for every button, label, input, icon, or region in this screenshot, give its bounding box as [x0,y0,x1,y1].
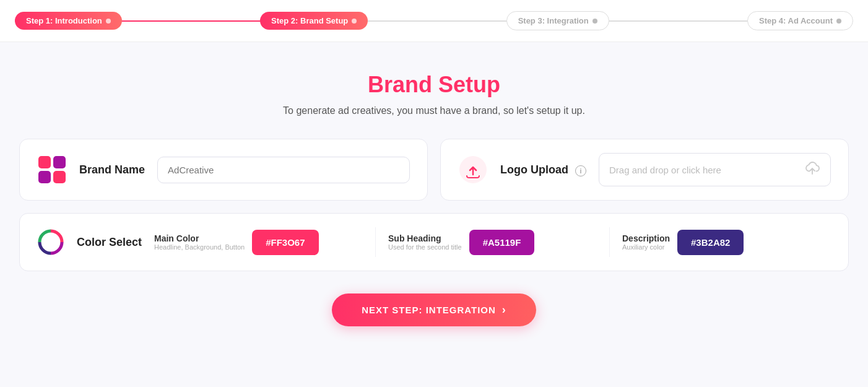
description-color-title: Description [622,233,670,243]
step-2[interactable]: Step 2: Brand Setup [260,12,368,30]
step-4-dot [836,19,841,24]
svg-rect-1 [53,156,66,168]
step-1[interactable]: Step 1: Introduction [15,12,122,30]
step-2-text: Step 2: Brand Setup [271,16,348,25]
logo-upload-area[interactable]: Drag and drop or click here [599,153,831,186]
step-4-text: Step 4: Ad Account [759,16,833,25]
color-select-icon [37,228,64,256]
upload-placeholder-text: Drag and drop or click here [609,165,721,175]
svg-rect-2 [38,171,51,183]
svg-rect-3 [53,171,66,183]
step-1-label: Step 1: Introduction [15,12,122,30]
divider-2 [609,227,610,257]
sub-heading-color-badge[interactable]: #A5119F [469,230,535,255]
color-select-label: Color Select [77,236,142,249]
step-3[interactable]: Step 3: Integration [506,11,609,30]
next-step-button[interactable]: NEXT STEP: INTEGRATION › [332,294,536,326]
sub-heading-color-text: Sub Heading Used for the second title [388,233,462,251]
cloud-upload-icon [804,161,820,178]
stepper: Step 1: Introduction Step 2: Brand Setup… [0,0,868,42]
logo-upload-info-icon[interactable]: i [575,165,586,176]
next-step-button-label: NEXT STEP: INTEGRATION [362,305,496,315]
sub-heading-color-subtitle: Used for the second title [388,243,462,251]
main-content: Brand Setup To generate ad creatives, yo… [0,42,868,341]
main-color-text: Main Color Headline, Background, Button [154,233,245,251]
step-3-dot [592,19,597,24]
step-2-label: Step 2: Brand Setup [260,12,368,30]
main-color-section: Main Color Headline, Background, Button … [154,230,363,255]
brand-name-input[interactable] [157,157,410,183]
page-subtitle: To generate ad creatives, you must have … [283,105,585,116]
divider-1 [375,227,376,257]
step-2-dot [352,19,357,24]
main-color-title: Main Color [154,233,245,243]
sub-heading-color-title: Sub Heading [388,233,462,243]
stepper-track: Step 1: Introduction Step 2: Brand Setup… [15,11,853,30]
main-color-badge[interactable]: #FF3O67 [252,230,318,255]
description-color-text: Description Auxiliary color [622,233,670,251]
next-step-button-chevron: › [502,303,506,316]
brand-name-icon [37,155,67,185]
description-color-section: Description Auxiliary color #3B2A82 [622,230,831,255]
step-3-label: Step 3: Integration [506,11,609,30]
top-cards-row: Brand Name Logo Upload i Drag and drop o… [19,139,849,201]
description-color-subtitle: Auxiliary color [622,243,670,251]
step-1-dot [106,19,111,24]
description-color-badge[interactable]: #3B2A82 [677,230,744,255]
logo-upload-label-text: Logo Upload [500,163,568,176]
svg-rect-0 [38,156,51,168]
sub-heading-color-section: Sub Heading Used for the second title #A… [388,230,597,255]
logo-upload-icon [458,155,488,185]
logo-upload-card: Logo Upload i Drag and drop or click her… [440,139,849,201]
color-select-card: Color Select Main Color Headline, Backgr… [19,213,849,271]
svg-point-6 [46,238,55,246]
logo-upload-label: Logo Upload i [500,163,586,176]
step-3-text: Step 3: Integration [518,16,589,25]
step-1-text: Step 1: Introduction [26,16,102,25]
brand-name-label: Brand Name [79,163,145,176]
step-4-label: Step 4: Ad Account [747,11,853,30]
page-title: Brand Setup [368,72,500,98]
main-color-subtitle: Headline, Background, Button [154,243,245,251]
step-4[interactable]: Step 4: Ad Account [747,11,853,30]
brand-name-card: Brand Name [19,139,428,201]
